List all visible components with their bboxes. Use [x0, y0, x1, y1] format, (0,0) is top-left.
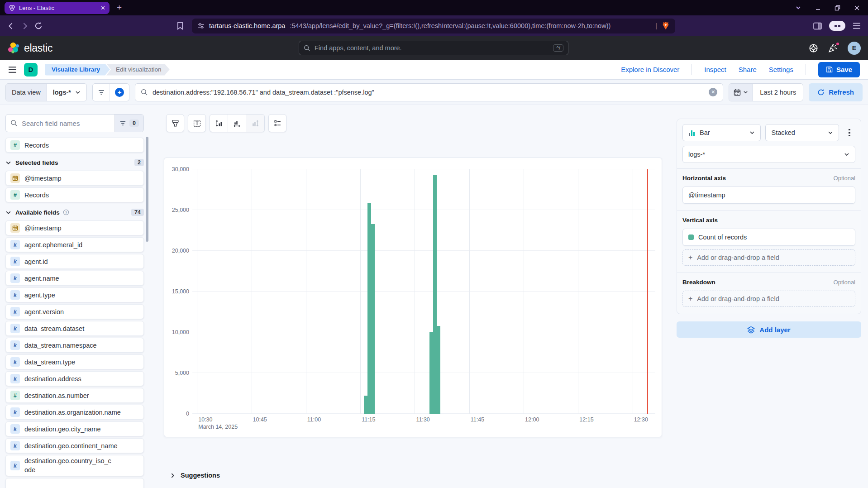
filter-menu-icon[interactable] — [98, 89, 105, 96]
calendar-menu-button[interactable] — [729, 84, 753, 101]
share-link[interactable]: Share — [739, 66, 757, 73]
space-avatar[interactable]: D — [24, 63, 38, 77]
field-item[interactable]: kdestination.geo.country_iso_code — [5, 455, 144, 476]
field-item[interactable]: kdata_stream.namespace — [5, 338, 144, 353]
field-search-input[interactable]: Search field names 0 — [5, 114, 144, 132]
help-circle-icon[interactable]: ? — [63, 209, 69, 215]
field-item[interactable]: #destination.as.number — [5, 388, 144, 403]
selected-fields-header[interactable]: Selected fields 2 — [5, 159, 144, 166]
field-item-partial[interactable] — [5, 478, 144, 488]
field-item[interactable]: kagent.id — [5, 254, 144, 269]
x-gridline — [360, 169, 361, 414]
layer-data-view-dropdown[interactable]: logs-* — [682, 146, 855, 163]
field-item[interactable]: kagent.name — [5, 271, 144, 286]
vertical-axis-add-field[interactable]: +Add or drag-and-drop a field — [682, 249, 855, 266]
search-icon — [10, 120, 18, 127]
field-item[interactable]: kagent.version — [5, 304, 144, 319]
field-item[interactable]: kagent.ephemeral_id — [5, 237, 144, 252]
layer-actions-menu[interactable] — [844, 129, 855, 137]
labels-options-button[interactable] — [188, 114, 206, 132]
horizontal-axis-field[interactable]: @timestamp — [682, 187, 855, 204]
legend-options-button[interactable] — [268, 114, 286, 132]
x-gridline — [578, 169, 578, 414]
x-gridline — [524, 169, 524, 414]
browser-nav-bar: tartarus-elastic.home.arpa :5443/app/len… — [0, 15, 868, 36]
field-item[interactable]: kdestination.as.organization.name — [5, 405, 144, 420]
main-menu-icon[interactable] — [8, 66, 17, 73]
add-filter-button[interactable]: + — [115, 88, 124, 97]
time-range-value[interactable]: Last 2 hours — [753, 89, 803, 96]
keyword-field-icon: k — [10, 407, 20, 417]
inspect-link[interactable]: Inspect — [704, 66, 726, 73]
available-fields-header[interactable]: Available fields ? 74 — [5, 209, 144, 216]
time-range-picker[interactable]: Last 2 hours — [729, 83, 803, 101]
data-view-picker[interactable]: Data view logs-* — [5, 83, 87, 101]
browser-tab[interactable]: Lens - Elastic ✕ — [5, 2, 110, 14]
field-item[interactable]: @timestamp — [5, 220, 144, 235]
window-minimize-button[interactable] — [815, 5, 821, 11]
x-axis-tick-label: 12:00 — [525, 416, 539, 423]
field-item[interactable]: kdestination.address — [5, 371, 144, 386]
bar-11:34[interactable] — [429, 332, 433, 414]
tab-search-icon[interactable] — [795, 5, 801, 11]
url-bar[interactable]: tartarus-elastic.home.arpa :5443/app/len… — [192, 19, 675, 33]
field-item[interactable]: kdestination.geo.continent_name — [5, 438, 144, 453]
settings-link[interactable]: Settings — [769, 66, 793, 73]
sidebar-scrollbar[interactable] — [146, 137, 148, 242]
suggestions-accordion[interactable]: Suggestions — [170, 472, 677, 479]
breadcrumb-visualize-library[interactable]: Visualize Library — [45, 64, 110, 76]
reload-button[interactable] — [34, 22, 48, 30]
explore-in-discover-link[interactable]: Explore in Discover — [621, 66, 679, 73]
field-item[interactable]: kdata_stream.type — [5, 354, 144, 369]
vertical-axis-field[interactable]: Count of records — [682, 229, 855, 246]
bar-11:35[interactable] — [433, 175, 437, 414]
clear-query-icon[interactable]: ✕ — [709, 88, 717, 96]
elastic-logo[interactable]: elastic — [7, 42, 52, 54]
field-item[interactable]: @timestamp — [5, 171, 144, 186]
back-button[interactable] — [7, 22, 21, 30]
brave-wallet-button[interactable] — [829, 21, 845, 31]
browser-menu-icon[interactable] — [853, 22, 861, 29]
chart-type-dropdown[interactable]: Bar — [682, 124, 761, 141]
help-icon[interactable] — [809, 43, 818, 53]
window-restore-button[interactable] — [835, 5, 840, 11]
x-axis-tick-label: 12:15 — [579, 416, 593, 423]
field-item[interactable]: kagent.type — [5, 287, 144, 302]
field-item[interactable]: #Records — [5, 138, 144, 153]
field-item[interactable]: kdestination.geo.city_name — [5, 421, 144, 436]
bar-11:36[interactable] — [437, 326, 440, 414]
field-item[interactable]: kdata_stream.dataset — [5, 321, 144, 336]
y-gridline — [192, 332, 655, 332]
field-item[interactable]: #Records — [5, 187, 144, 202]
visual-options-button[interactable] — [166, 114, 184, 132]
brave-shield-icon[interactable] — [662, 21, 670, 30]
bar-11:18[interactable] — [371, 224, 375, 414]
sidebar-toggle-icon[interactable] — [813, 22, 822, 30]
stacking-mode-dropdown[interactable]: Stacked — [765, 124, 839, 141]
bar-11:16[interactable] — [364, 396, 367, 414]
x-gridline — [252, 169, 252, 414]
user-avatar[interactable]: E — [848, 42, 861, 55]
add-layer-button[interactable]: Add layer — [677, 321, 861, 338]
bottom-axis-settings-button[interactable] — [228, 115, 246, 132]
y-axis-tick-label: 15,000 — [172, 288, 189, 295]
bar-11:17[interactable] — [367, 203, 371, 414]
refresh-button[interactable]: Refresh — [809, 83, 863, 101]
field-filter-icon[interactable] — [119, 120, 126, 127]
site-settings-icon[interactable] — [197, 22, 205, 29]
query-input[interactable]: destination.address:"192.168.56.71" and … — [135, 83, 723, 101]
save-button[interactable]: Save — [818, 62, 860, 77]
x-axis-tick-label: 10:45 — [253, 416, 267, 423]
keyword-field-icon: k — [10, 240, 20, 249]
window-close-button[interactable] — [854, 5, 860, 11]
tab-close-icon[interactable]: ✕ — [100, 5, 105, 11]
bookmarks-icon[interactable] — [176, 22, 184, 30]
new-tab-button[interactable]: + — [117, 3, 122, 13]
left-axis-settings-button[interactable] — [210, 115, 228, 132]
global-search-input[interactable]: Find apps, content, and more. ^/ — [299, 41, 568, 55]
forward-button[interactable] — [21, 22, 34, 30]
newsfeed-icon[interactable] — [828, 43, 838, 53]
elastic-favicon-icon — [9, 5, 15, 11]
number-field-icon: # — [10, 391, 20, 400]
breakdown-add-field[interactable]: +Add or drag-and-drop a field — [682, 291, 855, 307]
